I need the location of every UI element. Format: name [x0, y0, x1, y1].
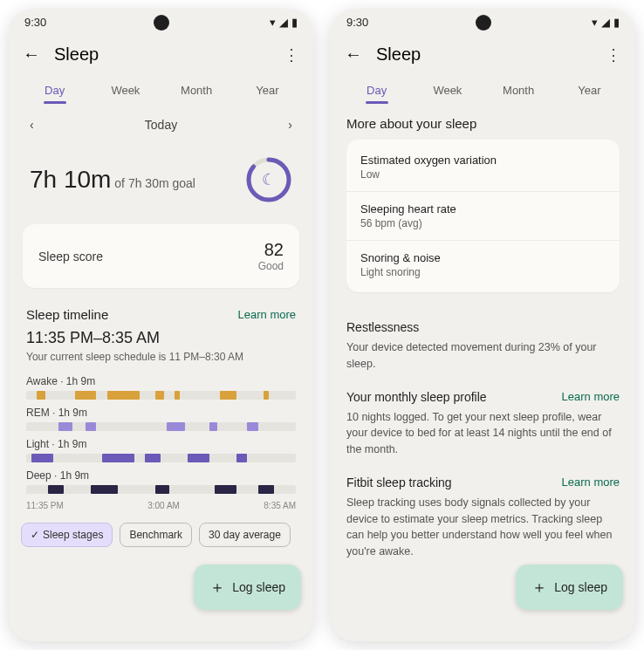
date-navigator: ‹ Today ›	[9, 107, 313, 142]
app-header: ← Sleep ⋮	[9, 36, 313, 73]
log-sleep-fab[interactable]: ＋ Log sleep	[194, 564, 301, 610]
log-sleep-fab[interactable]: ＋ Log sleep	[516, 564, 623, 610]
learn-more-link[interactable]: Learn more	[562, 390, 620, 403]
timeline-title: Sleep timeline	[26, 307, 108, 322]
timeline-schedule: Your current sleep schedule is 11 PM–8:3…	[26, 351, 296, 363]
learn-more-link[interactable]: Learn more	[238, 308, 296, 321]
page-title: Sleep	[54, 44, 270, 65]
chip-30day-avg[interactable]: 30 day average	[199, 523, 291, 547]
app-header: ← Sleep ⋮	[331, 36, 635, 73]
back-icon[interactable]: ←	[23, 44, 40, 65]
phone-screen-1: 9:30 ▾ ◢ ▮ ← Sleep ⋮ Day Week Month Year…	[9, 9, 313, 641]
tab-week[interactable]: Week	[415, 73, 479, 107]
oxygen-row[interactable]: Estimated oxygen variationLow	[346, 143, 620, 192]
timeline-range: 11:35 PM–8:35 AM	[26, 329, 296, 347]
plus-icon: ＋	[531, 577, 547, 598]
time-axis: 11:35 PM3:00 AM8:35 AM	[26, 501, 296, 516]
chip-row: ✓Sleep stages Benchmark 30 day average	[9, 516, 313, 554]
stage-rem: REM · 1h 9m	[26, 407, 296, 431]
status-time: 9:30	[24, 16, 46, 29]
page-title: Sleep	[376, 44, 592, 65]
status-time: 9:30	[346, 16, 368, 29]
status-bar: 9:30 ▾ ◢ ▮	[9, 9, 313, 36]
timeline-header: Sleep timeline Learn more	[9, 291, 313, 329]
moon-icon: ☾	[262, 170, 276, 189]
status-icons: ▾ ◢ ▮	[270, 16, 298, 29]
battery-icon: ▮	[291, 16, 298, 29]
score-value: 82	[258, 240, 284, 260]
status-icons: ▾ ◢ ▮	[592, 16, 620, 29]
next-day-icon[interactable]: ›	[288, 118, 292, 132]
tab-year[interactable]: Year	[558, 73, 621, 107]
tab-month[interactable]: Month	[165, 73, 229, 107]
overflow-menu-icon[interactable]: ⋮	[606, 45, 621, 65]
stage-awake: Awake · 1h 9m	[26, 375, 296, 400]
learn-more-link[interactable]: Learn more	[562, 476, 620, 489]
plus-icon: ＋	[209, 577, 225, 598]
duration-summary: 7h 10m of 7h 30m goal ☾	[9, 142, 313, 221]
more-about-sleep: More about your sleep Estimated oxygen v…	[331, 107, 635, 315]
signal-icon: ◢	[279, 16, 288, 29]
score-label: Sleep score	[38, 250, 103, 263]
more-title: More about your sleep	[346, 116, 620, 131]
tab-month[interactable]: Month	[487, 73, 551, 107]
prev-day-icon[interactable]: ‹	[30, 118, 34, 132]
duration-text: 7h 10m of 7h 30m goal	[30, 166, 195, 194]
back-icon[interactable]: ←	[345, 44, 362, 65]
fitbit-tracking-text: Sleep tracking uses body signals collect…	[331, 495, 635, 572]
status-bar: 9:30 ▾ ◢ ▮	[331, 9, 635, 36]
check-icon: ✓	[31, 529, 39, 541]
heartrate-row[interactable]: Sleeping heart rate56 bpm (avg)	[346, 192, 620, 241]
score-rating: Good	[258, 260, 284, 272]
fitbit-tracking-header: Fitbit sleep tracking Learn more	[331, 470, 635, 495]
camera-hole	[154, 15, 169, 31]
tabs: Day Week Month Year	[331, 73, 635, 107]
overflow-menu-icon[interactable]: ⋮	[284, 45, 299, 65]
signal-icon: ◢	[601, 16, 610, 29]
chip-benchmark[interactable]: Benchmark	[120, 523, 192, 547]
tab-day[interactable]: Day	[23, 73, 86, 107]
tabs: Day Week Month Year	[9, 73, 313, 107]
sleep-info-card: Estimated oxygen variationLow Sleeping h…	[346, 140, 620, 292]
phone-screen-2: 9:30 ▾ ◢ ▮ ← Sleep ⋮ Day Week Month Year…	[331, 9, 635, 641]
tab-year[interactable]: Year	[236, 73, 299, 107]
timeline-box: 11:35 PM–8:35 AM Your current sleep sche…	[9, 329, 313, 516]
wifi-icon: ▾	[592, 16, 598, 29]
monthly-profile-text: 10 nights logged. To get your next sleep…	[331, 409, 635, 470]
restlessness-header: Restlessness	[331, 315, 635, 339]
wifi-icon: ▾	[270, 16, 276, 29]
tab-week[interactable]: Week	[93, 73, 157, 107]
current-date-label: Today	[145, 118, 177, 132]
monthly-profile-header: Your monthly sleep profile Learn more	[331, 385, 635, 409]
chip-sleep-stages[interactable]: ✓Sleep stages	[21, 523, 113, 547]
stage-deep: Deep · 1h 9m	[26, 469, 296, 494]
restlessness-text: Your device detected movement during 23%…	[331, 339, 635, 385]
battery-icon: ▮	[613, 16, 620, 29]
progress-ring: ☾	[245, 156, 292, 203]
camera-hole	[476, 15, 491, 31]
tab-day[interactable]: Day	[345, 73, 408, 107]
stage-light: Light · 1h 9m	[26, 438, 296, 462]
sleep-score-card[interactable]: Sleep score 82 Good	[23, 224, 299, 288]
snoring-row[interactable]: Snoring & noiseLight snoring	[346, 241, 620, 289]
